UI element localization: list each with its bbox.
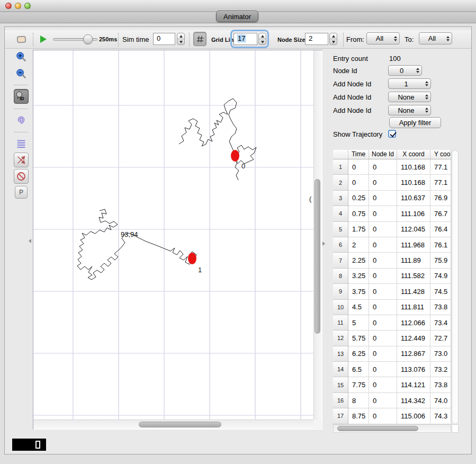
table-row[interactable]: 30.250110.63776.9 bbox=[333, 191, 451, 206]
canvas-vertical-scrollbar-thumb[interactable] bbox=[315, 179, 320, 334]
table-header[interactable]: TimeNode IdX coordY coord bbox=[333, 150, 451, 159]
table-cell[interactable]: 0 bbox=[369, 377, 397, 392]
minimize-button[interactable] bbox=[15, 3, 21, 9]
column-header-Node Id[interactable]: Node Id bbox=[369, 150, 397, 159]
table-row[interactable]: 136.250112.86773.0 bbox=[333, 346, 451, 362]
table-cell[interactable]: 5.75 bbox=[348, 331, 369, 346]
table-row[interactable]: 93.750111.42874.5 bbox=[333, 284, 451, 299]
row-number[interactable]: 11 bbox=[333, 315, 348, 331]
add-node-id-dropdown-2[interactable]: None bbox=[388, 92, 431, 102]
splitter-handle-left[interactable] bbox=[29, 239, 31, 243]
table-cell[interactable]: 76.7 bbox=[430, 206, 451, 221]
table-row[interactable]: 125.750112.44972.7 bbox=[333, 331, 451, 346]
table-row[interactable]: 100110.16877.1 bbox=[333, 159, 451, 175]
table-cell[interactable]: 76.9 bbox=[430, 191, 451, 206]
table-cell[interactable]: 111.811 bbox=[397, 300, 430, 315]
row-number[interactable]: 16 bbox=[333, 393, 348, 408]
table-cell[interactable]: 72.7 bbox=[430, 331, 451, 346]
table-cell[interactable]: 73.4 bbox=[430, 315, 451, 331]
table-cell[interactable]: 73.8 bbox=[430, 377, 451, 392]
table-cell[interactable]: 112.045 bbox=[397, 222, 430, 237]
table-cell[interactable]: 7.75 bbox=[348, 377, 369, 392]
table-cell[interactable]: 74.3 bbox=[430, 408, 451, 424]
table-cell[interactable]: 0 bbox=[369, 315, 397, 331]
table-row[interactable]: 51.750112.04576.4 bbox=[333, 222, 451, 237]
add-node-id-dropdown-1[interactable]: 1 bbox=[388, 78, 431, 89]
row-number[interactable]: 8 bbox=[333, 269, 348, 284]
node-0[interactable] bbox=[231, 150, 239, 162]
row-number[interactable]: 2 bbox=[333, 175, 348, 190]
row-number[interactable]: 17 bbox=[333, 408, 348, 424]
column-header-corner[interactable] bbox=[333, 150, 348, 159]
table-cell[interactable]: 4.5 bbox=[348, 300, 369, 315]
row-number[interactable]: 1 bbox=[333, 159, 348, 175]
table-cell[interactable]: 0 bbox=[369, 300, 397, 315]
table-cell[interactable]: 0 bbox=[369, 237, 397, 253]
table-cell[interactable]: 3.25 bbox=[348, 269, 369, 284]
node-size-stepper[interactable] bbox=[329, 33, 337, 45]
table-cell[interactable]: 2.25 bbox=[348, 253, 369, 268]
table-cell[interactable]: 73.8 bbox=[430, 300, 451, 315]
table-cell[interactable]: 73.0 bbox=[430, 346, 451, 362]
from-dropdown[interactable]: All bbox=[366, 32, 400, 44]
table-cell[interactable]: 111.968 bbox=[397, 237, 430, 253]
row-number[interactable]: 15 bbox=[333, 377, 348, 392]
column-header-X coord[interactable]: X coord bbox=[397, 150, 430, 159]
trajectory-button[interactable] bbox=[14, 113, 29, 128]
table-row[interactable]: 178.750115.00674.3 bbox=[333, 408, 451, 424]
table-row[interactable]: 83.250111.58274.9 bbox=[333, 269, 451, 284]
packet-arrows-button[interactable] bbox=[14, 153, 29, 167]
animation-canvas[interactable]: 0193,94( bbox=[33, 50, 313, 420]
row-number[interactable]: 3 bbox=[333, 191, 348, 206]
table-row[interactable]: 104.50111.81173.8 bbox=[333, 300, 451, 315]
table-cell[interactable]: 0 bbox=[369, 346, 397, 362]
node-size-input[interactable]: 2 bbox=[305, 33, 328, 45]
table-cell[interactable]: 0 bbox=[369, 191, 397, 206]
zoom-out-button[interactable] bbox=[14, 67, 29, 82]
table-cell[interactable]: 2 bbox=[348, 237, 369, 253]
table-cell[interactable]: 0.75 bbox=[348, 206, 369, 221]
sim-time-stepper[interactable] bbox=[177, 33, 185, 45]
table-cell[interactable]: 115.006 bbox=[397, 408, 430, 424]
table-cell[interactable]: 112.066 bbox=[397, 315, 430, 331]
rect-select-button[interactable] bbox=[14, 32, 29, 47]
node-id-dropdown[interactable]: 0 bbox=[388, 65, 422, 76]
row-number[interactable]: 7 bbox=[333, 253, 348, 268]
table-cell[interactable]: 76.4 bbox=[430, 222, 451, 237]
node-id-toggle-button[interactable]: ID bbox=[14, 89, 29, 104]
block-packets-button[interactable] bbox=[14, 169, 29, 184]
tab-animator[interactable]: Animator bbox=[216, 11, 258, 22]
row-number[interactable]: 12 bbox=[333, 331, 348, 346]
row-number[interactable]: 9 bbox=[333, 284, 348, 299]
table-cell[interactable]: 0 bbox=[369, 222, 397, 237]
table-cell[interactable]: 8.75 bbox=[348, 408, 369, 424]
table-cell[interactable]: 110.637 bbox=[397, 191, 430, 206]
table-cell[interactable]: 3.75 bbox=[348, 284, 369, 299]
table-row[interactable]: 146.50113.07673.2 bbox=[333, 362, 451, 377]
table-vertical-scrollbar[interactable] bbox=[452, 150, 459, 424]
close-button[interactable] bbox=[5, 3, 12, 9]
table-cell[interactable]: 0 bbox=[369, 284, 397, 299]
canvas-horizontal-scrollbar-thumb[interactable] bbox=[139, 422, 221, 427]
table-cell[interactable]: 77.1 bbox=[430, 175, 451, 190]
table-cell[interactable]: 110.168 bbox=[397, 175, 430, 190]
table-cell[interactable]: 111.428 bbox=[397, 284, 430, 299]
grid-lines-stepper[interactable] bbox=[258, 33, 266, 45]
apply-filter-button[interactable]: Apply filter bbox=[389, 117, 441, 128]
table-cell[interactable]: 0 bbox=[348, 175, 369, 190]
table-row[interactable]: 200110.16877.1 bbox=[333, 175, 451, 190]
table-cell[interactable]: 6.25 bbox=[348, 346, 369, 362]
table-cell[interactable]: 0 bbox=[369, 175, 397, 190]
table-cell[interactable]: 8 bbox=[348, 393, 369, 408]
grid-lines-input[interactable]: 17 bbox=[233, 33, 257, 45]
table-horizontal-scrollbar-thumb[interactable] bbox=[337, 426, 418, 431]
table-cell[interactable]: 111.89 bbox=[397, 253, 430, 268]
node-1[interactable] bbox=[188, 253, 196, 264]
table-row[interactable]: 1680114.34274.0 bbox=[333, 393, 451, 408]
table-row[interactable]: 157.750114.12173.8 bbox=[333, 377, 451, 392]
splitter-handle-right[interactable] bbox=[322, 242, 325, 246]
table-cell[interactable]: 0 bbox=[369, 408, 397, 424]
table-cell[interactable]: 0 bbox=[369, 159, 397, 175]
zoom-in-button[interactable] bbox=[14, 50, 29, 65]
table-cell[interactable]: 74.5 bbox=[430, 284, 451, 299]
